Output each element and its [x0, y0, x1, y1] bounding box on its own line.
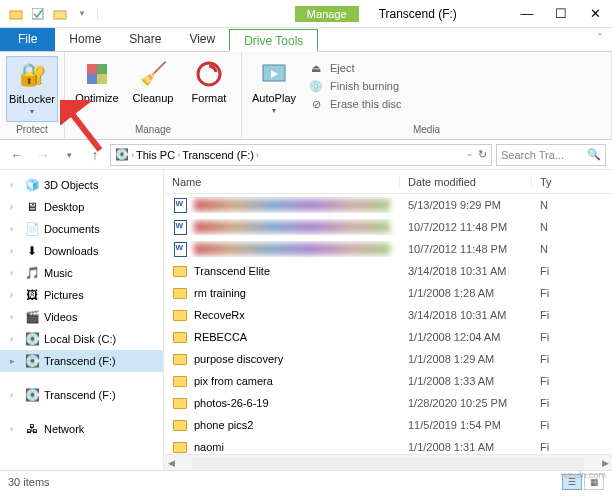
nav-item[interactable]: ›💽Local Disk (C:): [0, 328, 163, 350]
bitlocker-label: BitLocker: [9, 93, 55, 105]
nav-label: Desktop: [44, 201, 84, 213]
qat-folder-icon[interactable]: [8, 6, 24, 22]
tab-drive-tools[interactable]: Drive Tools: [229, 29, 318, 52]
file-name: purpose discovery: [194, 353, 283, 365]
title-bar: ▼ | Manage Transcend (F:) — ☐ ✕: [0, 0, 612, 28]
redacted-text: [194, 243, 390, 255]
optimize-button[interactable]: Optimize: [71, 56, 123, 122]
tab-file[interactable]: File: [0, 28, 55, 51]
file-row[interactable]: naomi1/1/2008 1:31 AMFi: [164, 436, 612, 454]
navigation-pane: ›🧊3D Objects›🖥Desktop›📄Documents›⬇Downlo…: [0, 170, 164, 470]
breadcrumb[interactable]: 💽 › This PC › Transcend (F:) › ⌄ ↻: [110, 144, 492, 166]
dropdown-icon[interactable]: ⌄: [466, 148, 474, 161]
file-name: REBECCA: [194, 331, 247, 343]
qat-dropdown-icon[interactable]: ▼: [74, 6, 90, 22]
svg-rect-2: [54, 11, 66, 19]
watermark: wsxdn.com: [561, 470, 606, 480]
file-row[interactable]: 10/7/2012 11:48 PMN: [164, 216, 612, 238]
nav-item[interactable]: ›⬇Downloads: [0, 240, 163, 262]
horizontal-scrollbar[interactable]: ◀▶: [164, 454, 612, 470]
column-date[interactable]: Date modified: [400, 176, 532, 188]
file-row[interactable]: RecoveRx3/14/2018 10:31 AMFi: [164, 304, 612, 326]
nav-icon: 🎬: [24, 309, 40, 325]
tab-view[interactable]: View: [175, 28, 229, 51]
redacted-text: [194, 199, 390, 211]
autoplay-button[interactable]: AutoPlay ▾: [248, 56, 300, 122]
close-button[interactable]: ✕: [578, 0, 612, 28]
nav-item[interactable]: ›🧊3D Objects: [0, 174, 163, 196]
bitlocker-button[interactable]: 🔐 BitLocker ▾: [6, 56, 58, 122]
nav-label: Transcend (F:): [44, 389, 116, 401]
folder-icon: [173, 332, 187, 343]
nav-item[interactable]: ›🖧Network: [0, 418, 163, 440]
refresh-icon[interactable]: ↻: [478, 148, 487, 161]
nav-item[interactable]: ›💽Transcend (F:): [0, 384, 163, 406]
back-button[interactable]: ←: [6, 144, 28, 166]
file-name: phone pics2: [194, 419, 253, 431]
collapse-ribbon-icon[interactable]: ˆ: [588, 28, 612, 51]
redacted-text: [194, 221, 390, 233]
file-row[interactable]: phone pics211/5/2019 1:54 PMFi: [164, 414, 612, 436]
file-type: Fi: [532, 441, 612, 453]
file-row[interactable]: 5/13/2019 9:29 PMN: [164, 194, 612, 216]
minimize-button[interactable]: —: [510, 0, 544, 28]
tab-home[interactable]: Home: [55, 28, 115, 51]
finish-label: Finish burning: [330, 80, 399, 92]
file-name: rm training: [194, 287, 246, 299]
chevron-right-icon: ›: [10, 334, 20, 344]
format-button[interactable]: Format: [183, 56, 235, 122]
crumb-drive[interactable]: Transcend (F:): [182, 149, 254, 161]
autoplay-label: AutoPlay: [252, 92, 296, 104]
contextual-tab-badge: Manage: [295, 6, 359, 22]
file-row[interactable]: photos-26-6-191/28/2020 10:25 PMFi: [164, 392, 612, 414]
svg-rect-6: [97, 74, 107, 84]
file-row[interactable]: purpose discovery1/1/2008 1:29 AMFi: [164, 348, 612, 370]
file-date: 10/7/2012 11:48 PM: [400, 243, 532, 255]
group-manage: Optimize 🧹 Cleanup Format Manage: [65, 52, 242, 139]
nav-label: Transcend (F:): [44, 355, 116, 367]
file-name: RecoveRx: [194, 309, 245, 321]
tab-share[interactable]: Share: [115, 28, 175, 51]
file-row[interactable]: rm training1/1/2008 1:28 AMFi: [164, 282, 612, 304]
nav-item[interactable]: ›🎵Music: [0, 262, 163, 284]
up-button[interactable]: ↑: [84, 144, 106, 166]
file-type: Fi: [532, 353, 612, 365]
erase-icon: ⊘: [308, 96, 324, 112]
recent-dropdown[interactable]: ▾: [58, 144, 80, 166]
chevron-right-icon: ›: [10, 224, 20, 234]
forward-button[interactable]: →: [32, 144, 54, 166]
file-date: 1/28/2020 10:25 PM: [400, 397, 532, 409]
nav-item[interactable]: ›🖼Pictures: [0, 284, 163, 306]
column-headers: Name Date modified Ty: [164, 170, 612, 194]
erase-disc-button[interactable]: ⊘Erase this disc: [308, 96, 402, 112]
folder-icon: [173, 266, 187, 277]
nav-item[interactable]: ▸💽Transcend (F:): [0, 350, 163, 372]
file-row[interactable]: 10/7/2012 11:48 PMN: [164, 238, 612, 260]
cleanup-button[interactable]: 🧹 Cleanup: [127, 56, 179, 122]
window-title: Transcend (F:): [379, 7, 457, 21]
search-input[interactable]: Search Tra... 🔍: [496, 144, 606, 166]
file-name: pix from camera: [194, 375, 273, 387]
nav-item[interactable]: ›📄Documents: [0, 218, 163, 240]
ribbon-body: 🔐 BitLocker ▾ Protect Optimize 🧹 Cleanup…: [0, 52, 612, 140]
file-list-pane: Name Date modified Ty 5/13/2019 9:29 PMN…: [164, 170, 612, 470]
burn-icon: 💿: [308, 78, 324, 94]
nav-icon: 🎵: [24, 265, 40, 281]
network-icon: 🖧: [24, 421, 40, 437]
nav-item[interactable]: ›🎬Videos: [0, 306, 163, 328]
qat-open-folder-icon[interactable]: [52, 6, 68, 22]
qat-checkbox-icon[interactable]: [30, 6, 46, 22]
maximize-button[interactable]: ☐: [544, 0, 578, 28]
status-bar: 30 items ☰ ▦: [0, 470, 612, 492]
folder-icon: [173, 442, 187, 453]
file-row[interactable]: pix from camera1/1/2008 1:33 AMFi: [164, 370, 612, 392]
word-doc-icon: [174, 198, 187, 213]
file-row[interactable]: Transcend Elite3/14/2018 10:31 AMFi: [164, 260, 612, 282]
crumb-thispc[interactable]: This PC: [136, 149, 175, 161]
column-name[interactable]: Name: [164, 176, 400, 188]
file-row[interactable]: REBECCA1/1/2008 12:04 AMFi: [164, 326, 612, 348]
column-type[interactable]: Ty: [532, 176, 612, 188]
nav-item[interactable]: ›🖥Desktop: [0, 196, 163, 218]
eject-button[interactable]: ⏏Eject: [308, 60, 402, 76]
finish-burning-button[interactable]: 💿Finish burning: [308, 78, 402, 94]
